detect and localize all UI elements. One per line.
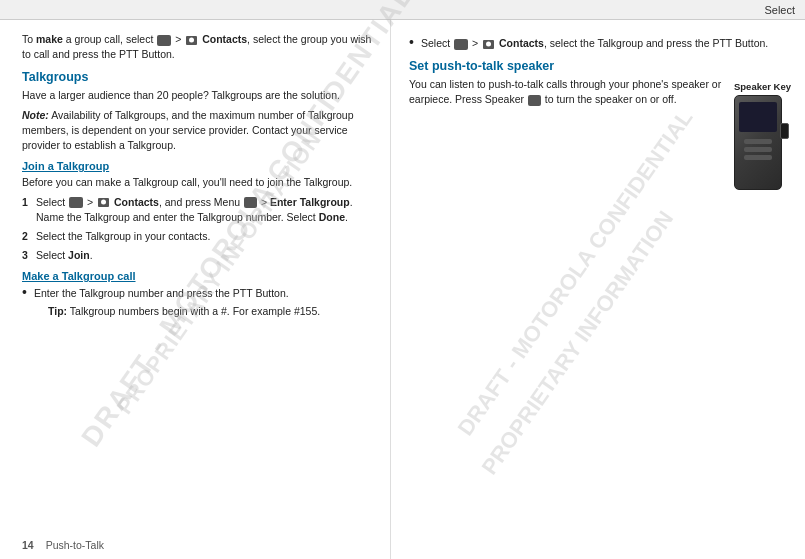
step-2-num: 2 [22,229,32,244]
speaker-icon [528,95,541,106]
join-talkgroup-heading[interactable]: Join a Talkgroup [22,160,376,172]
note-label: Note: [22,109,49,121]
phone-screen [739,102,777,132]
speaker-key-image [734,95,789,190]
footer-section-title: Push-to-Talk [46,539,104,551]
phone-button-3 [744,155,772,160]
right-bullet-1: • Select > Contacts, select the Talkgrou… [409,36,791,51]
speaker-key-caption: Speaker Key [734,81,791,92]
make-call-bullets: • Enter the Talkgroup number and press t… [22,286,376,318]
steps-list: 1 Select > Contacts, and press Menu > En… [22,195,376,264]
contacts-icon-1 [185,35,198,46]
step-3-num: 3 [22,248,32,263]
talkgroups-heading: Talkgroups [22,70,376,84]
contacts-icon-3 [482,39,495,50]
make-call-bullet-text: Enter the Talkgroup number and press the… [34,286,320,318]
make-bold-text: make [36,33,63,45]
phone-body [734,95,782,190]
step-1-num: 1 [22,195,32,225]
bullet-dot-1: • [22,285,30,318]
step-3: 3 Select Join. [22,248,376,263]
tip-block: Tip: Talkgroup numbers begin with a #. F… [48,304,320,319]
step-3-text: Select Join. [36,248,93,263]
select-tab-label[interactable]: Select [764,4,795,16]
right-bullet-dot-1: • [409,35,417,51]
camera-icon [157,35,171,46]
speaker-key-area: Speaker Key [734,81,791,192]
step-1: 1 Select > Contacts, and press Menu > En… [22,195,376,225]
menu-icon-1 [244,197,257,208]
make-call-bullet-1: • Enter the Talkgroup number and press t… [22,286,376,318]
camera-icon-3 [454,39,468,50]
phone-buttons [739,139,777,179]
footer-page-number: 14 [22,539,34,551]
join-intro: Before you can make a Talkgroup call, yo… [22,175,376,190]
set-speaker-heading: Set push-to-talk speaker [409,59,791,73]
done-bold: Done [319,211,345,223]
enter-talkgroup-bold: Enter Talkgroup [270,196,350,208]
right-column: • Select > Contacts, select the Talkgrou… [390,20,805,559]
left-column: To make a group call, select > Contacts,… [0,20,390,559]
content-area: To make a group call, select > Contacts,… [0,20,805,559]
group-call-paragraph: To make a group call, select > Contacts,… [22,32,376,62]
right-bullet-text-1: Select > Contacts, select the Talkgroup … [421,36,768,51]
step-2-text: Select the Talkgroup in your contacts. [36,229,210,244]
top-bar: Select [0,0,805,20]
contacts-text-1: Contacts [202,33,247,45]
join-bold: Join [68,249,90,261]
make-call-heading[interactable]: Make a Talkgroup call [22,270,376,282]
talkgroups-intro: Have a larger audience than 20 people? T… [22,88,376,103]
speaker-key-button [780,123,789,139]
svg-point-5 [486,41,491,46]
step-1-text: Select > Contacts, and press Menu > Ente… [36,195,376,225]
svg-point-3 [101,200,106,205]
contacts-bold-3: Contacts [499,37,544,49]
right-bullets-top: • Select > Contacts, select the Talkgrou… [409,36,791,51]
contacts-icon-2 [97,197,110,208]
phone-button-1 [744,139,772,144]
phone-button-2 [744,147,772,152]
contacts-bold-2: Contacts [114,196,159,208]
tip-text: Talkgroup numbers begin with a #. For ex… [70,305,320,317]
step-2: 2 Select the Talkgroup in your contacts. [22,229,376,244]
note-paragraph: Note: Availability of Talkgroups, and th… [22,108,376,154]
tip-label: Tip: [48,305,67,317]
camera-icon-2 [69,197,83,208]
page-footer: 14 Push-to-Talk [22,539,104,551]
svg-point-1 [189,37,194,42]
